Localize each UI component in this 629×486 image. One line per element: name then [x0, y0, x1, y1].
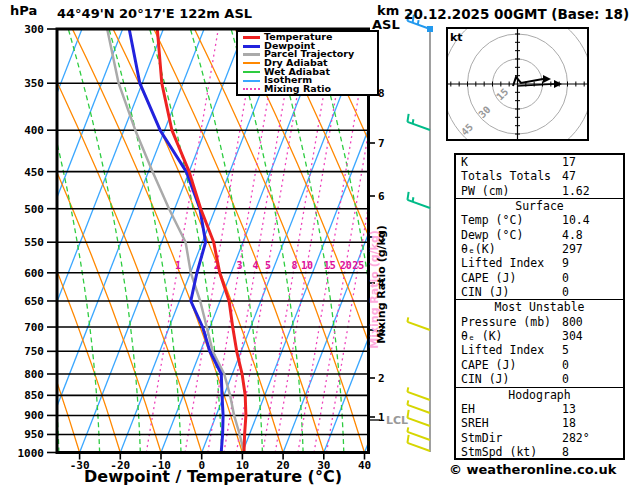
pressure-tick-label: 450	[24, 166, 44, 179]
wind-barb-full-tick	[407, 114, 408, 122]
wind-barb	[407, 427, 430, 440]
mixing-ratio-value-label: 4	[253, 260, 259, 271]
hodograph-ring-label: 45	[459, 121, 475, 137]
table-row: Lifted Index5	[456, 343, 623, 357]
wind-barb-staff	[407, 200, 430, 208]
table-row: Temp (°C)10.4	[456, 213, 623, 227]
table-row: θₑ (K)304	[456, 329, 623, 343]
table-section-header: Hodograph	[456, 387, 623, 402]
pressure-tick-label: 300	[24, 23, 44, 36]
table-row: PW (cm)1.62	[456, 184, 623, 198]
table-row-label: θₑ (K)	[461, 329, 562, 343]
mixing-ratio-value-label: 20	[340, 260, 352, 271]
wind-barb-staff	[407, 122, 430, 130]
table-row-value: 47	[562, 169, 576, 183]
wind-barb-full-tick	[407, 192, 408, 200]
table-row-label: CIN (J)	[461, 285, 562, 299]
table-section-header: Most Unstable	[456, 299, 623, 314]
table-row-value: 4.8	[562, 228, 583, 242]
table-row-label: SREH	[461, 416, 562, 430]
km-tick-label: 7	[378, 137, 385, 150]
hodograph-inner: 153045	[442, 9, 592, 159]
hodograph-unit-label: kt	[450, 31, 463, 44]
table-row-value: 13	[562, 402, 576, 416]
legend-swatch-wet-adiabat	[243, 71, 260, 73]
wind-barb-half-tick	[413, 197, 414, 202]
table-row-value: 9	[562, 256, 569, 270]
skewt-sounding-page: 1234581015202530035040045050055060065070…	[0, 0, 629, 486]
pressure-tick-label: 800	[24, 368, 44, 381]
table-row-label: EH	[461, 402, 562, 416]
legend-swatch-parcel-trajectory	[243, 53, 260, 56]
wind-barb-staff	[407, 432, 430, 440]
table-row-value: 0	[562, 271, 569, 285]
km-tick-label: 1	[378, 411, 385, 424]
pressure-tick-label: 350	[24, 77, 44, 90]
parcel-trajectory-curve	[107, 29, 244, 453]
wind-barb	[407, 192, 430, 208]
mixing-ratio-value-label: 1	[175, 260, 181, 271]
table-row-value: 1.62	[562, 184, 590, 198]
hodograph-ring-label: 30	[476, 104, 492, 120]
wind-barb-half-tick	[407, 387, 408, 392]
legend-item: Mixing Ratio	[243, 85, 377, 94]
wind-barb-staff	[407, 418, 430, 426]
table-row-value: 8	[562, 445, 569, 459]
pressure-axis-unit-label: hPa	[10, 3, 37, 18]
mixing-ratio-value-label: 15	[324, 260, 336, 271]
table-row: Totals Totals47	[456, 169, 623, 183]
wind-barb	[407, 435, 430, 451]
station-title: 44°49'N 20°17'E 122m ASL	[57, 6, 251, 21]
pressure-tick-label: 950	[24, 428, 44, 441]
legend: TemperatureDewpointParcel TrajectoryDry …	[236, 30, 379, 96]
wind-barb-staff	[407, 443, 430, 451]
wind-barb-station-dot	[427, 26, 433, 32]
table-row: θₑ(K)297	[456, 242, 623, 256]
pressure-tick-label: 550	[24, 236, 44, 249]
wind-barb-half-tick	[407, 317, 408, 322]
mixing-ratio-value-label: 5	[265, 260, 271, 271]
wind-barb-half-tick	[407, 400, 408, 405]
temperature-curve	[157, 29, 246, 453]
table-row: StmDir282°	[456, 431, 623, 445]
wind-barb-staff	[407, 322, 430, 330]
table-row-label: Lifted Index	[461, 256, 562, 270]
table-row-label: StmSpd (kt)	[461, 445, 562, 459]
table-row-value: 282°	[562, 431, 590, 445]
table-row: Pressure (mb)800	[456, 315, 623, 329]
legend-swatch-dry-adiabat	[243, 62, 260, 64]
mixing-ratio-value-label: 10	[301, 260, 313, 271]
table-row-label: CIN (J)	[461, 372, 562, 386]
pressure-tick-label: 600	[24, 267, 44, 280]
pressure-tick-label: 850	[24, 389, 44, 402]
table-row-value: 297	[562, 242, 583, 256]
wind-barb	[407, 317, 430, 330]
pressure-tick-label: 750	[24, 345, 44, 358]
table-row: CAPE (J)0	[456, 358, 623, 372]
table-row-value: 10.4	[562, 213, 590, 227]
temperature-axis-label: Dewpoint / Temperature (°C)	[57, 467, 369, 486]
table-row-label: Totals Totals	[461, 169, 562, 183]
table-row: SREH18	[456, 416, 623, 430]
legend-swatch-temperature	[243, 36, 260, 39]
table-row-value: 18	[562, 416, 576, 430]
table-row-label: θₑ(K)	[461, 242, 562, 256]
table-row: K17	[456, 155, 623, 169]
table-row: CAPE (J)0	[456, 271, 623, 285]
pressure-tick-label: 400	[24, 124, 44, 137]
table-row-value: 0	[562, 372, 569, 386]
table-row-value: 304	[562, 329, 583, 343]
mixing-ratio-value-label: 3	[237, 260, 243, 271]
mixing-ratio-value-label: 25	[352, 260, 364, 271]
table-row: Dewp (°C)4.8	[456, 228, 623, 242]
wind-barb	[407, 400, 430, 413]
table-row-label: Dewp (°C)	[461, 228, 562, 242]
wind-barb-full-tick	[407, 435, 408, 443]
isotherm-line	[80, 29, 245, 453]
mixing-ratio-value-label: 8	[291, 260, 297, 271]
run-datetime-title: 20.12.2025 00GMT (Base: 18)	[404, 6, 629, 22]
hodograph: 153045	[442, 9, 592, 159]
pressure-tick-label: 500	[24, 203, 44, 216]
table-row-label: Lifted Index	[461, 343, 562, 357]
table-row: CIN (J)0	[456, 372, 623, 386]
